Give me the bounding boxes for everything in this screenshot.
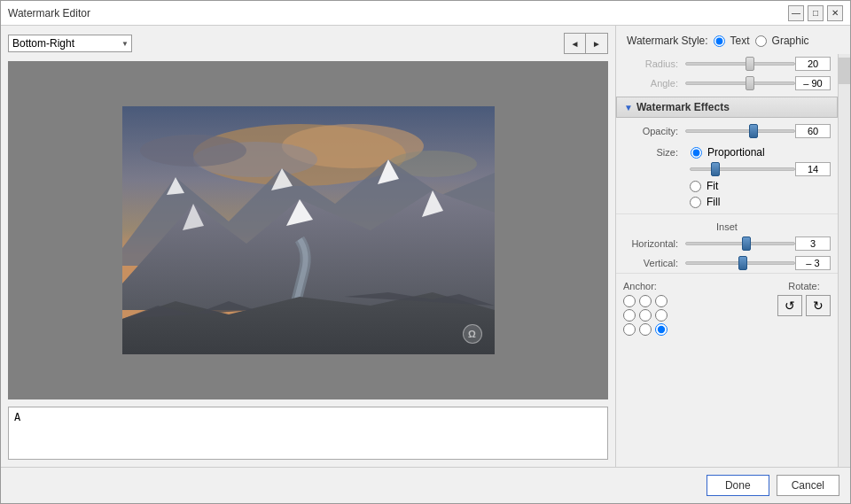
text-radio[interactable] [714,35,725,47]
angle-slider-container [685,76,795,90]
vertical-value[interactable] [795,256,831,270]
text-input[interactable]: A [8,407,608,460]
watermark-style-label: Watermark Style: [627,35,708,47]
watermark-style-row: Watermark Style: Text Graphic [616,26,850,54]
vertical-thumb[interactable] [738,256,747,270]
anchor-bl[interactable] [623,323,636,336]
graphic-radio[interactable] [755,35,767,47]
rotate-buttons: ↺ ↻ [777,295,831,316]
opacity-value[interactable] [795,124,831,138]
position-select-wrapper: Bottom-Right Bottom-Left Top-Right Top-L… [8,35,132,52]
inset-title: Inset [616,218,838,234]
title-bar: Watermark Editor — □ ✕ [1,1,850,26]
anchor-section: Anchor: [623,281,669,336]
graphic-radio-label: Graphic [772,35,809,47]
angle-value[interactable] [795,76,831,90]
vertical-label: Vertical: [623,258,685,268]
opacity-slider-container [685,124,795,138]
size-thumb[interactable] [711,162,720,176]
size-proportional-row: Size: Proportional [623,144,831,160]
anchor-tl[interactable] [623,295,636,307]
anchor-rotate-section: Anchor: [616,273,838,343]
triangle-icon: ▼ [624,103,633,112]
angle-track [685,81,795,85]
horizontal-label: Horizontal: [623,238,685,249]
opacity-thumb[interactable] [749,124,758,138]
window-controls: — □ ✕ [788,5,843,21]
proportional-radio[interactable] [691,147,702,159]
horizontal-row: Horizontal: [616,234,838,253]
inset-section: Inset Horizontal: [616,213,838,273]
size-slider-container [690,162,795,176]
fill-row: Fill [623,194,831,210]
anchor-mr[interactable] [655,309,668,322]
nav-buttons: ◄ ► [564,33,608,54]
nav-next-button[interactable]: ► [586,34,607,53]
fill-label: Fill [707,196,720,208]
watermark-editor-window: Watermark Editor — □ ✕ Bottom-Right Bott… [0,0,851,504]
horizontal-value[interactable] [795,236,831,251]
horizontal-thumb[interactable] [742,236,751,251]
radius-row: Radius: [616,54,838,74]
mountain-scene-svg [122,106,495,354]
anchor-tc[interactable] [639,295,652,307]
radius-value[interactable] [795,57,831,71]
proportional-label: Proportional [707,146,765,159]
anchor-ml[interactable] [623,309,636,322]
vertical-track [685,261,795,265]
vertical-slider-container [685,256,795,270]
anchor-tr[interactable] [655,295,668,307]
opacity-track [685,129,795,133]
anchor-label: Anchor: [623,281,657,291]
radius-label: Radius: [623,58,685,69]
preview-image: Ω [122,106,495,354]
main-content: Bottom-Right Bottom-Left Top-Right Top-L… [1,26,850,467]
effects-header: ▼ Watermark Effects [616,97,838,118]
horizontal-slider-container [685,236,795,251]
effects-header-label: Watermark Effects [636,101,730,113]
rotate-cw-button[interactable]: ↻ [806,295,831,316]
nav-prev-button[interactable]: ◄ [565,34,586,53]
anchor-bc[interactable] [639,323,652,336]
cancel-button[interactable]: Cancel [777,475,839,496]
right-scrollbar[interactable] [838,54,850,467]
size-section: Size: Proportional [616,141,838,213]
rotate-section: Rotate: ↺ ↻ [777,281,831,316]
radius-track [685,62,795,66]
angle-thumb[interactable] [746,76,754,90]
anchor-mc[interactable] [639,309,652,322]
right-panel: Watermark Style: Text Graphic Radius: [615,26,850,467]
horizontal-track [685,242,795,245]
fit-radio[interactable] [690,181,701,192]
rotate-ccw-button[interactable]: ↺ [777,295,802,316]
size-slider-row [623,160,831,178]
minimize-button[interactable]: — [788,5,804,21]
scrollbar-thumb[interactable] [839,58,850,84]
opacity-label: Opacity: [623,126,685,136]
scrollable-settings[interactable]: Radius: Angle: [616,54,850,467]
angle-row: Angle: [616,74,838,93]
rotate-label: Rotate: [788,281,819,291]
close-button[interactable]: ✕ [827,5,843,21]
size-value[interactable] [795,162,831,176]
anchor-grid [623,295,669,336]
done-button[interactable]: Done [707,475,769,496]
fill-radio[interactable] [690,197,701,208]
position-select[interactable]: Bottom-Right Bottom-Left Top-Right Top-L… [8,35,132,52]
maximize-button[interactable]: □ [808,5,824,21]
angle-label: Angle: [623,78,685,89]
toolbar: Bottom-Right Bottom-Left Top-Right Top-L… [8,33,608,54]
vertical-row: Vertical: [616,253,838,273]
size-label: Size: [623,147,685,158]
radius-thumb[interactable] [746,57,754,71]
fit-label: Fit [707,180,718,192]
window-title: Watermark Editor [8,7,90,19]
footer: Done Cancel [1,467,850,503]
anchor-label-row: Anchor: [623,281,669,291]
svg-point-4 [140,135,246,167]
text-radio-label: Text [730,35,750,47]
preview-area: Ω [8,61,608,399]
anchor-br[interactable] [655,323,668,336]
watermark-logo: Ω [463,324,482,344]
settings-content: Radius: Angle: [616,54,838,467]
